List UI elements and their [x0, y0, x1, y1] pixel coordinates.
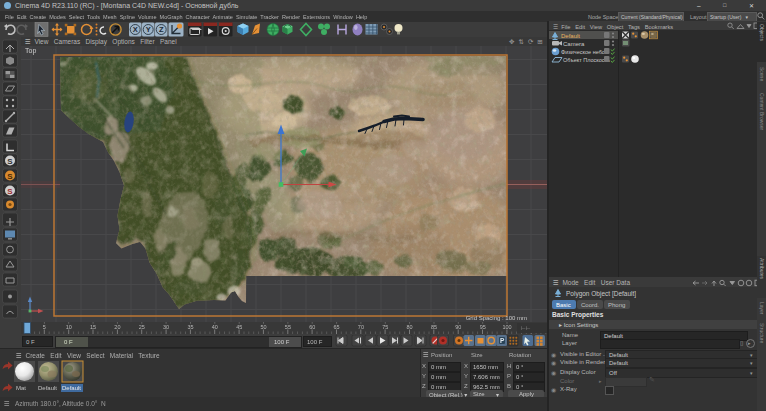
- svg-text:S: S: [7, 157, 13, 166]
- svg-text:70: 70: [358, 324, 364, 330]
- svg-text:Top: Top: [25, 47, 36, 55]
- svg-text:P: P: [500, 337, 505, 344]
- svg-text:Grid Spacing : 100 mm: Grid Spacing : 100 mm: [466, 315, 527, 321]
- svg-text:Z: Z: [159, 25, 164, 34]
- svg-text:Default: Default: [38, 385, 57, 391]
- svg-text:Объект Плоскость: Объект Плоскость: [563, 57, 610, 63]
- svg-text:75: 75: [382, 324, 388, 330]
- svg-text:100: 100: [502, 324, 511, 330]
- svg-text:55: 55: [285, 324, 291, 330]
- svg-text:5: 5: [43, 324, 46, 330]
- svg-text:X: X: [133, 25, 138, 34]
- svg-text:95: 95: [480, 324, 486, 330]
- svg-text:10: 10: [66, 324, 72, 330]
- svg-text:25: 25: [139, 324, 145, 330]
- svg-text:85: 85: [431, 324, 437, 330]
- svg-text:Y: Y: [146, 25, 151, 34]
- svg-text:15: 15: [90, 324, 96, 330]
- svg-text:⊢⊢: ⊢⊢: [521, 325, 531, 331]
- svg-text:90: 90: [455, 324, 461, 330]
- svg-text:Default: Default: [561, 33, 580, 39]
- svg-text:30: 30: [163, 324, 169, 330]
- svg-text:60: 60: [309, 324, 315, 330]
- svg-text:S: S: [7, 187, 13, 196]
- svg-text:Физическое небо: Физическое небо: [561, 49, 605, 55]
- svg-text:Camera: Camera: [563, 41, 585, 47]
- svg-text:Default: Default: [62, 385, 81, 391]
- svg-text:Mat: Mat: [16, 385, 26, 391]
- svg-text:80: 80: [407, 324, 413, 330]
- svg-text:35: 35: [187, 324, 193, 330]
- svg-text:50: 50: [260, 324, 266, 330]
- svg-text:40: 40: [212, 324, 218, 330]
- svg-text:S: S: [7, 172, 13, 181]
- svg-text:65: 65: [334, 324, 340, 330]
- svg-text:20: 20: [114, 324, 120, 330]
- svg-text:45: 45: [236, 324, 242, 330]
